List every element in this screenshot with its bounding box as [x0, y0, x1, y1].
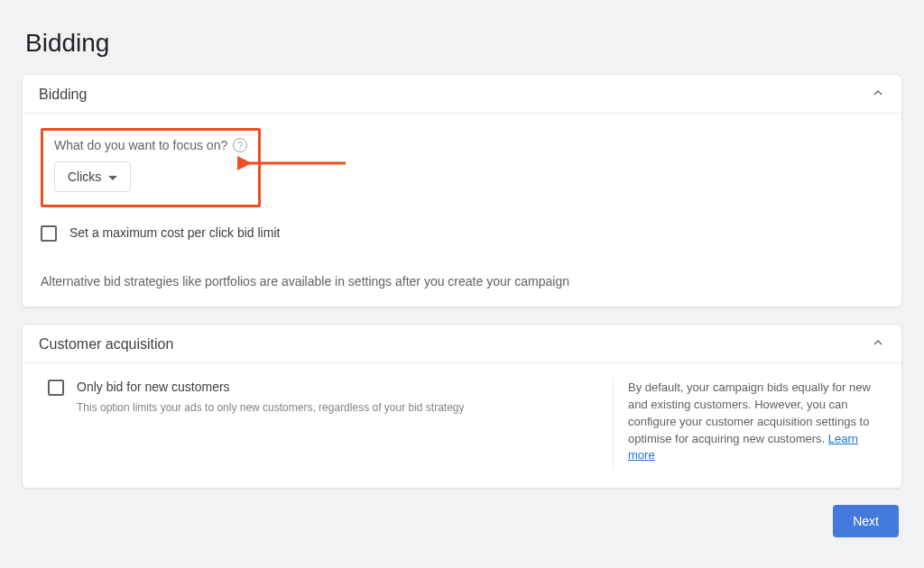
- max-cpc-label: Set a maximum cost per click bid limit: [69, 225, 280, 240]
- focus-highlight-box: What do you want to focus on? ? Clicks: [41, 128, 261, 207]
- next-button[interactable]: Next: [833, 505, 899, 537]
- alt-strategies-note: Alternative bid strategies like portfoli…: [41, 274, 883, 289]
- acquisition-side-note: By default, your campaign bids equally f…: [613, 378, 883, 470]
- bidding-card: Bidding What do you want to focus on? ? …: [22, 74, 902, 307]
- focus-label: What do you want to focus on?: [54, 138, 227, 152]
- customer-acquisition-title: Customer acquisition: [39, 336, 173, 353]
- focus-dropdown[interactable]: Clicks: [54, 161, 131, 192]
- new-customers-label: Only bid for new customers: [77, 380, 230, 394]
- new-customers-subtext: This option limits your ads to only new …: [77, 401, 591, 414]
- focus-dropdown-value: Clicks: [68, 169, 101, 184]
- chevron-down-icon: [108, 176, 117, 180]
- page-title: Bidding: [25, 29, 902, 58]
- new-customers-checkbox[interactable]: [48, 380, 64, 396]
- bidding-card-title: Bidding: [39, 87, 87, 103]
- annotation-arrow-icon: [237, 150, 355, 177]
- chevron-up-icon: [871, 335, 885, 353]
- chevron-up-icon: [871, 86, 885, 104]
- max-cpc-checkbox[interactable]: [41, 225, 57, 242]
- customer-acquisition-card: Customer acquisition Only bid for new cu…: [22, 324, 902, 489]
- bidding-card-header[interactable]: Bidding: [23, 75, 901, 114]
- customer-acquisition-header[interactable]: Customer acquisition: [23, 325, 901, 363]
